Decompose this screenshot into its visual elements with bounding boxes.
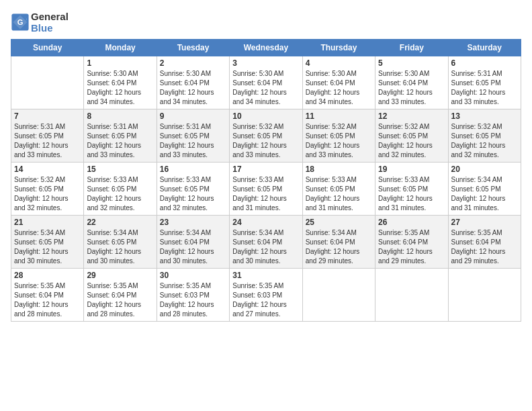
day-info: Sunrise: 5:33 AM Sunset: 6:05 PM Dayligh… [232,175,299,213]
day-number: 27 [451,218,518,227]
day-number: 6 [451,58,518,68]
day-number: 26 [378,218,445,227]
calendar-cell: 4Sunrise: 5:30 AM Sunset: 6:04 PM Daylig… [302,56,375,109]
calendar-cell: 2Sunrise: 5:30 AM Sunset: 6:04 PM Daylig… [157,56,229,109]
calendar-week-row: 21Sunrise: 5:34 AM Sunset: 6:05 PM Dayli… [11,216,521,269]
day-info: Sunrise: 5:31 AM Sunset: 6:05 PM Dayligh… [160,122,226,160]
day-info: Sunrise: 5:32 AM Sunset: 6:05 PM Dayligh… [378,122,445,160]
calendar-cell: 6Sunrise: 5:31 AM Sunset: 6:05 PM Daylig… [448,56,521,109]
day-number: 8 [87,111,153,121]
day-info: Sunrise: 5:34 AM Sunset: 6:05 PM Dayligh… [87,228,153,266]
day-number: 28 [14,271,81,280]
calendar-cell: 9Sunrise: 5:31 AM Sunset: 6:05 PM Daylig… [157,109,229,163]
day-number: 7 [14,111,81,121]
day-number: 9 [160,111,226,121]
calendar-cell: 21Sunrise: 5:34 AM Sunset: 6:05 PM Dayli… [11,216,84,269]
day-info: Sunrise: 5:32 AM Sunset: 6:05 PM Dayligh… [14,175,81,213]
day-info: Sunrise: 5:35 AM Sunset: 6:03 PM Dayligh… [232,281,299,319]
day-info: Sunrise: 5:32 AM Sunset: 6:05 PM Dayligh… [232,122,299,160]
day-number: 31 [232,271,299,280]
day-number: 2 [160,58,226,68]
calendar-cell: 8Sunrise: 5:31 AM Sunset: 6:05 PM Daylig… [84,109,157,163]
day-info: Sunrise: 5:31 AM Sunset: 6:05 PM Dayligh… [451,69,518,107]
day-number: 17 [232,165,299,174]
day-info: Sunrise: 5:32 AM Sunset: 6:05 PM Dayligh… [451,122,518,160]
day-header-sunday: Sunday [11,40,84,56]
day-info: Sunrise: 5:31 AM Sunset: 6:05 PM Dayligh… [87,122,153,160]
day-info: Sunrise: 5:34 AM Sunset: 6:04 PM Dayligh… [160,228,226,266]
day-number: 19 [378,165,445,174]
day-info: Sunrise: 5:30 AM Sunset: 6:04 PM Dayligh… [160,69,226,107]
calendar-cell: 24Sunrise: 5:34 AM Sunset: 6:04 PM Dayli… [230,216,302,269]
calendar-cell: 17Sunrise: 5:33 AM Sunset: 6:05 PM Dayli… [230,163,302,216]
logo-text: General Blue [31,11,69,34]
day-info: Sunrise: 5:33 AM Sunset: 6:05 PM Dayligh… [160,175,226,213]
calendar-cell: 31Sunrise: 5:35 AM Sunset: 6:03 PM Dayli… [230,269,302,322]
day-info: Sunrise: 5:33 AM Sunset: 6:05 PM Dayligh… [378,175,445,213]
day-number: 5 [378,58,445,68]
day-number: 29 [87,271,153,280]
calendar-cell: 1Sunrise: 5:30 AM Sunset: 6:04 PM Daylig… [84,56,157,109]
calendar-cell: 30Sunrise: 5:35 AM Sunset: 6:03 PM Dayli… [157,269,229,322]
day-info: Sunrise: 5:35 AM Sunset: 6:04 PM Dayligh… [87,281,153,319]
calendar-cell: 15Sunrise: 5:33 AM Sunset: 6:05 PM Dayli… [84,163,157,216]
day-number: 20 [451,165,518,174]
calendar-cell: 29Sunrise: 5:35 AM Sunset: 6:04 PM Dayli… [84,269,157,322]
calendar-week-row: 1Sunrise: 5:30 AM Sunset: 6:04 PM Daylig… [11,56,521,109]
page-header: G General Blue [11,11,521,34]
day-info: Sunrise: 5:34 AM Sunset: 6:05 PM Dayligh… [14,228,81,266]
calendar-cell: 23Sunrise: 5:34 AM Sunset: 6:04 PM Dayli… [157,216,229,269]
calendar-cell: 7Sunrise: 5:31 AM Sunset: 6:05 PM Daylig… [11,109,84,163]
day-number: 13 [451,111,518,121]
day-info: Sunrise: 5:33 AM Sunset: 6:05 PM Dayligh… [306,175,372,213]
day-number: 18 [306,165,372,174]
day-number: 24 [232,218,299,227]
day-number: 14 [14,165,81,174]
day-number: 30 [160,271,226,280]
calendar-cell: 16Sunrise: 5:33 AM Sunset: 6:05 PM Dayli… [157,163,229,216]
calendar-cell: 20Sunrise: 5:34 AM Sunset: 6:05 PM Dayli… [448,163,521,216]
day-info: Sunrise: 5:32 AM Sunset: 6:05 PM Dayligh… [306,122,372,160]
day-header-friday: Friday [375,40,448,56]
day-info: Sunrise: 5:30 AM Sunset: 6:04 PM Dayligh… [378,69,445,107]
day-number: 21 [14,218,81,227]
calendar-cell: 25Sunrise: 5:34 AM Sunset: 6:04 PM Dayli… [302,216,375,269]
day-number: 22 [87,218,153,227]
logo: G General Blue [11,11,69,34]
day-number: 1 [87,58,153,68]
day-number: 11 [306,111,372,121]
calendar-cell [448,269,521,322]
day-header-wednesday: Wednesday [230,40,302,56]
day-info: Sunrise: 5:35 AM Sunset: 6:03 PM Dayligh… [160,281,226,319]
day-info: Sunrise: 5:30 AM Sunset: 6:04 PM Dayligh… [87,69,153,107]
calendar-cell [375,269,448,322]
calendar-cell: 3Sunrise: 5:30 AM Sunset: 6:04 PM Daylig… [230,56,302,109]
day-info: Sunrise: 5:35 AM Sunset: 6:04 PM Dayligh… [378,228,445,266]
day-info: Sunrise: 5:35 AM Sunset: 6:04 PM Dayligh… [14,281,81,319]
calendar-cell: 5Sunrise: 5:30 AM Sunset: 6:04 PM Daylig… [375,56,448,109]
calendar-week-row: 7Sunrise: 5:31 AM Sunset: 6:05 PM Daylig… [11,109,521,163]
calendar-cell: 13Sunrise: 5:32 AM Sunset: 6:05 PM Dayli… [448,109,521,163]
svg-text:G: G [17,18,24,26]
logo-icon: G [11,13,30,32]
calendar-header-row: SundayMondayTuesdayWednesdayThursdayFrid… [11,40,521,56]
calendar-cell [11,56,84,109]
day-info: Sunrise: 5:34 AM Sunset: 6:05 PM Dayligh… [451,175,518,213]
day-number: 23 [160,218,226,227]
calendar-cell [302,269,375,322]
day-number: 4 [306,58,372,68]
calendar-cell: 27Sunrise: 5:35 AM Sunset: 6:04 PM Dayli… [448,216,521,269]
calendar-week-row: 14Sunrise: 5:32 AM Sunset: 6:05 PM Dayli… [11,163,521,216]
day-number: 16 [160,165,226,174]
day-info: Sunrise: 5:30 AM Sunset: 6:04 PM Dayligh… [306,69,372,107]
calendar-cell: 28Sunrise: 5:35 AM Sunset: 6:04 PM Dayli… [11,269,84,322]
day-info: Sunrise: 5:33 AM Sunset: 6:05 PM Dayligh… [87,175,153,213]
day-info: Sunrise: 5:30 AM Sunset: 6:04 PM Dayligh… [232,69,299,107]
day-number: 25 [306,218,372,227]
day-info: Sunrise: 5:35 AM Sunset: 6:04 PM Dayligh… [451,228,518,266]
calendar-cell: 18Sunrise: 5:33 AM Sunset: 6:05 PM Dayli… [302,163,375,216]
day-header-monday: Monday [84,40,157,56]
calendar-cell: 19Sunrise: 5:33 AM Sunset: 6:05 PM Dayli… [375,163,448,216]
calendar-table: SundayMondayTuesdayWednesdayThursdayFrid… [11,39,521,322]
calendar-cell: 11Sunrise: 5:32 AM Sunset: 6:05 PM Dayli… [302,109,375,163]
